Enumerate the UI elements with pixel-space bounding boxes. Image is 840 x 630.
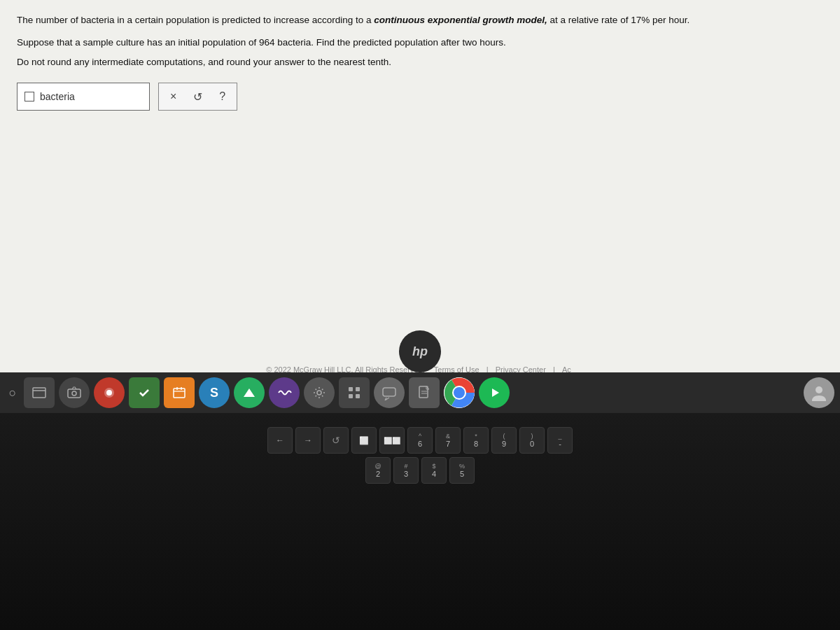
taskbar-left-button[interactable]: ○ [6,386,20,400]
instruction-text: Do not round any intermediate computatio… [17,57,823,67]
keyboard-area: ← → ↺ ⬜ ⬜⬜ ^ 6 & 7 * 8 ( 9 ) 0 [0,413,840,630]
key-4[interactable]: $ 4 [421,457,447,484]
answer-row: bacteria × ↺ ? [17,83,823,111]
key-6[interactable]: ^ 6 [407,427,433,454]
svg-marker-10 [244,388,255,397]
key-2[interactable]: @ 2 [365,457,391,484]
key-8[interactable]: * 8 [463,427,489,454]
svg-point-22 [454,387,465,398]
key-5[interactable]: % 5 [449,457,475,484]
problem-line2: Suppose that a sample culture has an ini… [17,35,823,50]
key-forward-arrow[interactable]: → [295,427,321,454]
key-minus[interactable]: _ - [547,427,573,454]
problem-line1: The number of bacteria in a certain popu… [17,13,823,28]
help-button[interactable]: ? [216,89,228,104]
taskbar-icon-chat[interactable] [374,377,405,408]
key-back-arrow[interactable]: ← [267,427,293,454]
svg-rect-16 [383,388,396,396]
svg-marker-23 [492,388,499,397]
close-button[interactable]: × [167,89,179,104]
taskbar-icon-check[interactable] [129,377,160,408]
taskbar-icon-chrome[interactable] [444,377,475,408]
svg-rect-0 [33,388,46,398]
key-7[interactable]: & 7 [435,427,461,454]
taskbar-icon-wave-app[interactable] [269,377,300,408]
svg-rect-12 [349,387,353,391]
toolbar-box: × ↺ ? [158,83,237,111]
undo-button[interactable]: ↺ [190,89,205,105]
taskbar-icon-gear[interactable] [304,377,335,408]
svg-rect-15 [356,394,360,398]
svg-point-3 [72,391,76,396]
taskbar-icon-play[interactable] [479,377,510,408]
taskbar-icon-file-manager[interactable] [24,377,55,408]
taskbar-icon-calendar[interactable] [164,377,195,408]
taskbar-icon-grid[interactable] [339,377,370,408]
taskbar: ○ S [0,372,840,413]
answer-label: bacteria [40,91,75,102]
svg-point-11 [317,391,321,395]
svg-rect-2 [68,389,80,398]
taskbar-icon-record[interactable] [94,377,125,408]
key-windows[interactable]: ⬜⬜ [379,427,405,454]
taskbar-icon-profile[interactable] [804,377,834,408]
keyboard-row-fn: ← → ↺ ⬜ ⬜⬜ ^ 6 & 7 * 8 ( 9 ) 0 [267,427,573,454]
taskbar-icon-camera[interactable] [59,377,90,408]
svg-rect-13 [356,387,360,391]
svg-point-5 [106,390,112,396]
keyboard-row-numbers: @ 2 # 3 $ 4 % 5 [365,457,475,484]
answer-input-wrapper[interactable]: bacteria [17,83,150,111]
taskbar-icon-doc[interactable] [409,377,440,408]
svg-rect-6 [174,388,185,398]
hp-logo: hp [399,330,441,372]
answer-checkbox[interactable] [24,92,34,102]
key-3[interactable]: # 3 [393,457,419,484]
key-0[interactable]: ) 0 [519,427,545,454]
taskbar-icon-triangle-app[interactable] [234,377,265,408]
svg-rect-14 [349,394,353,398]
key-refresh[interactable]: ↺ [323,427,349,454]
svg-point-24 [816,386,822,393]
key-fullscreen[interactable]: ⬜ [351,427,377,454]
taskbar-icon-s-app[interactable]: S [199,377,230,408]
key-9[interactable]: ( 9 [491,427,517,454]
